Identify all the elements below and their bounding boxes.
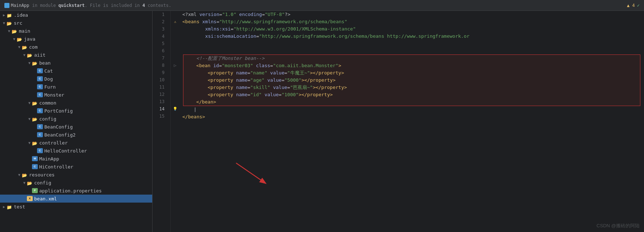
gutter-6 — [171, 47, 179, 54]
item-label: Cat — [44, 68, 53, 74]
folder-icon — [27, 180, 33, 185]
sidebar-item-main[interactable]: main — [0, 27, 152, 35]
code-line-8: <bean id="monster03" class="com.aiit.bea… — [183, 62, 640, 69]
gutter-7 — [171, 54, 179, 62]
sidebar-item-cat[interactable]: Cat — [0, 67, 152, 75]
code-text: = — [247, 77, 250, 84]
code-text: name — [236, 69, 247, 77]
sidebar-item-hellocontroller[interactable]: HelloController — [0, 147, 152, 155]
sidebar-item-idea[interactable]: .idea — [0, 11, 152, 19]
props-file-icon — [32, 188, 38, 193]
editor-area[interactable]: 1 2 3 4 5 6 7 8 9 10 11 12 13 14 15 ⚠ — [153, 11, 644, 232]
code-text: "monster03" — [222, 62, 253, 69]
code-text — [233, 84, 236, 91]
item-label: PortConfig — [44, 108, 73, 114]
code-text: = — [247, 91, 250, 98]
line-num-2: 2 — [153, 18, 167, 25]
folder-icon — [12, 29, 17, 33]
folder-icon — [32, 61, 38, 65]
sidebar-item-bean-xml[interactable]: bean.xml — [0, 195, 152, 203]
item-label: bean — [39, 60, 50, 66]
line-num-14: 14 — [153, 105, 167, 113]
folder-icon — [27, 53, 33, 57]
watermark-text: CSDN @搬砖的阿陆 — [596, 223, 640, 228]
code-text: value — [264, 91, 279, 98]
line-num-9: 9 — [153, 69, 167, 76]
code-text: "http://www.w3.org/2001/XMLSchema-instan… — [234, 25, 356, 33]
warning-count: ▲ 4 — [627, 3, 635, 8]
sidebar-item-furn[interactable]: Furn — [0, 83, 152, 91]
sidebar-item-test[interactable]: test — [0, 203, 152, 211]
line-numbers: 1 2 3 4 5 6 7 8 9 10 11 12 13 14 15 — [153, 11, 171, 232]
sidebar-item-com[interactable]: com — [0, 43, 152, 51]
sidebar: .idea src main java com — [0, 11, 153, 232]
item-label: resources — [29, 172, 54, 178]
code-text — [264, 77, 267, 84]
item-label: aiit — [34, 52, 45, 58]
code-text — [185, 91, 208, 98]
sidebar-item-monster[interactable]: Monster — [0, 91, 152, 99]
code-text: </beans> — [182, 113, 205, 121]
sidebar-item-aiit[interactable]: aiit — [0, 51, 152, 59]
code-text: "http://www.springframework.org/schema/b… — [219, 18, 347, 25]
arrow-icon — [27, 101, 32, 105]
sidebar-item-application-properties[interactable]: application.properties — [0, 187, 152, 195]
arrow-icon — [7, 29, 12, 33]
code-text — [210, 62, 213, 69]
sidebar-item-java[interactable]: java — [0, 35, 152, 43]
sidebar-item-dog[interactable]: Dog — [0, 75, 152, 83]
sidebar-item-beanconfig2[interactable]: BeanConfig2 — [0, 131, 152, 139]
code-text: = — [231, 25, 234, 33]
sidebar-item-beanconfig[interactable]: BeanConfig — [0, 123, 152, 131]
sidebar-item-controller[interactable]: controller — [0, 139, 152, 147]
code-text: <!--配置了Monster bean--> — [196, 55, 264, 62]
file-tab[interactable]: MainApp — [4, 3, 29, 8]
arrow-icon — [12, 37, 17, 41]
line-num-4: 4 — [153, 33, 167, 40]
code-text: </bean> — [196, 98, 216, 106]
gutter-1 — [171, 11, 179, 18]
java-file-icon — [37, 132, 43, 137]
gutter: ⚠ ▷ 💡 — [171, 11, 179, 232]
code-text: "UTF-8" — [265, 11, 285, 18]
code-line-4: xsi:schemaLocation="http://www.springfra… — [182, 33, 641, 40]
code-text — [185, 62, 196, 69]
java-file-icon — [32, 164, 38, 169]
code-text: "age" — [250, 77, 264, 84]
code-text: = — [262, 11, 265, 18]
sidebar-item-portconfig[interactable]: PortConfig — [0, 107, 152, 115]
code-text: class — [256, 62, 270, 69]
item-label: BeanConfig — [44, 124, 73, 130]
sidebar-item-common[interactable]: common — [0, 99, 152, 107]
item-label: config — [34, 180, 51, 186]
code-text — [185, 69, 208, 77]
line-num-15: 15 — [153, 113, 167, 120]
line-num-10: 10 — [153, 76, 167, 84]
sidebar-item-resources[interactable]: resources — [0, 171, 152, 179]
code-text — [199, 18, 202, 25]
warnings-area: ▲ 4 ✓ — [627, 3, 640, 8]
main-content: .idea src main java com — [0, 11, 644, 232]
sidebar-item-hicontroller[interactable]: HiController — [0, 163, 152, 171]
top-bar: MainApp in module quickstart. File is in… — [0, 0, 644, 11]
sidebar-item-bean[interactable]: bean — [0, 59, 152, 67]
code-text: xmlns:xsi — [205, 25, 231, 33]
sidebar-item-resources-config[interactable]: config — [0, 179, 152, 187]
sidebar-item-src[interactable]: src — [0, 19, 152, 27]
gutter-11 — [171, 84, 179, 91]
arrow-icon — [1, 205, 7, 209]
code-line-10: <property name="age" value="5000"></prop… — [183, 77, 640, 84]
sidebar-item-config[interactable]: config — [0, 115, 152, 123]
line-num-8: 8 — [153, 62, 167, 69]
code-text — [182, 33, 205, 40]
code-text: <property — [208, 91, 233, 98]
code-text — [233, 77, 236, 84]
folder-icon — [32, 141, 38, 145]
code-text: <bean — [196, 62, 210, 69]
item-label: bean.xml — [34, 196, 57, 202]
code-text: = — [219, 62, 222, 69]
sidebar-item-mainapp[interactable]: MainApp — [0, 155, 152, 163]
xml-file-icon — [4, 3, 9, 8]
code-line-5 — [182, 40, 641, 47]
code-text: <beans — [182, 18, 199, 25]
